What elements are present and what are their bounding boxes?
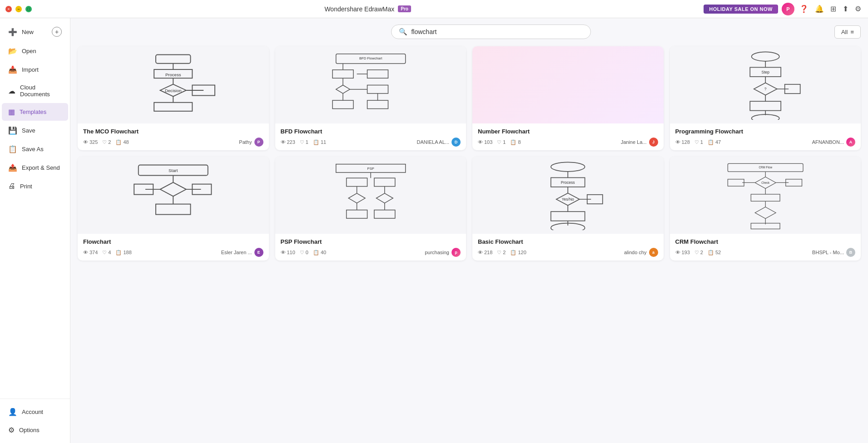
card-thumbnail-basic: Process Yes/No (472, 157, 664, 234)
copies-programming: 📋 47 (708, 139, 721, 145)
svg-rect-13 (332, 69, 353, 78)
author-mco: Pathy P (239, 138, 263, 147)
sidebar-item-print[interactable]: 🖨 Print (2, 177, 68, 195)
sidebar-label-print: Print (20, 183, 32, 190)
svg-rect-15 (367, 69, 388, 78)
svg-rect-67 (551, 212, 585, 221)
sidebar-item-account[interactable]: 👤 Account (2, 403, 68, 421)
svg-text:PSP: PSP (367, 166, 374, 170)
app-title-area: Wondershare EdrawMax Pro (324, 5, 411, 13)
copies-mco: 📋 48 (115, 139, 129, 145)
help-button[interactable]: ❓ (798, 3, 810, 15)
titlebar-right: HOLIDAY SALE ON NOW P ❓ 🔔 ⊞ ⬆ ⚙ (704, 3, 863, 15)
author-basic: alindo chy a (624, 248, 658, 257)
filter-chevron-icon: ≡ (850, 29, 854, 35)
search-bar: 🔍 (391, 25, 591, 39)
author-number: Janine La... J (621, 138, 658, 147)
views-number: 👁 103 (478, 139, 492, 145)
card-title-374: Flowchart (83, 238, 263, 245)
save-icon: 💾 (8, 126, 17, 135)
author-avatar-bfd: D (451, 138, 461, 147)
main-layout: ➕ New + 📂 Open 📥 Import ☁ Cloud Document… (0, 18, 868, 443)
card-title-bfd: BFD Flowchart (281, 128, 461, 135)
card-title-psp: PSP Flowchart (281, 238, 461, 245)
card-title-programming: Programming Flowchart (675, 128, 856, 135)
card-thumbnail-psp: PSP (275, 157, 466, 234)
sidebar-item-templates[interactable]: ▦ Templates (2, 103, 68, 121)
pro-badge: Pro (398, 5, 411, 12)
close-button[interactable]: × (5, 6, 12, 12)
minimize-button[interactable]: − (15, 6, 22, 12)
print-icon: 🖨 (8, 182, 15, 190)
svg-rect-58 (346, 210, 367, 218)
card-meta-374: 👁 374 ♡ 4 📋 188 Esler Jaren ... E (83, 248, 263, 257)
sidebar-item-open[interactable]: 📂 Open (2, 42, 68, 60)
share-button[interactable]: ⬆ (841, 3, 850, 15)
copies-basic: 📋 120 (510, 250, 526, 256)
sidebar-label-export: Export & Send (22, 164, 60, 171)
svg-point-25 (751, 52, 779, 61)
sidebar-label-templates: Templates (20, 108, 46, 115)
card-number-flowchart[interactable]: Number Flowchart 👁 103 ♡ 1 📋 8 Janine La… (472, 46, 664, 150)
card-psp-flowchart[interactable]: PSP PSP Flowchart 👁 110 ♡ 0 📋 40 purchas… (275, 157, 466, 261)
settings-icon-button[interactable]: ⚙ (853, 3, 863, 15)
maximize-button[interactable]: □ (25, 6, 32, 12)
card-bfd-flowchart[interactable]: BFD Flowchart BFD Flowchart 👁 223 ♡ 1 📋 … (275, 46, 466, 150)
author-programming: AFNANBON... A (812, 138, 855, 147)
author-bfd: DANIELA AL... D (417, 138, 461, 147)
author-avatar-number: J (649, 138, 658, 147)
sidebar-label-new: New (22, 29, 34, 35)
card-crm-flowchart[interactable]: CRM Flow Check CRM Flowchart 👁 193 ♡ 2 📋… (670, 157, 861, 261)
new-add-button[interactable]: + (52, 27, 62, 37)
author-avatar-crm: B (846, 248, 855, 257)
card-meta-number: 👁 103 ♡ 1 📋 8 Janine La... J (478, 138, 658, 147)
search-input[interactable] (411, 28, 583, 35)
svg-rect-82 (728, 179, 744, 186)
card-thumbnail-number (472, 46, 664, 123)
author-avatar-mco: P (254, 138, 263, 147)
sidebar-item-cloud[interactable]: ☁ Cloud Documents (2, 79, 68, 102)
likes-basic: ♡ 2 (497, 250, 506, 256)
svg-rect-23 (367, 100, 388, 108)
svg-text:Start: Start (169, 167, 178, 172)
card-thumbnail-programming: Step ? (670, 46, 861, 123)
avatar[interactable]: P (782, 3, 794, 15)
sidebar-label-save: Save (22, 127, 35, 134)
sidebar-item-new[interactable]: ➕ New + (2, 22, 68, 41)
card-meta-basic: 👁 218 ♡ 2 📋 120 alindo chy a (478, 248, 658, 257)
filter-button[interactable]: All ≡ (834, 25, 861, 39)
card-meta-psp: 👁 110 ♡ 0 📋 40 purchasing p (281, 248, 461, 257)
sidebar-item-import[interactable]: 📥 Import (2, 61, 68, 79)
card-info-psp: PSP Flowchart 👁 110 ♡ 0 📋 40 purchasing … (275, 234, 466, 261)
card-info-374: Flowchart 👁 374 ♡ 4 📋 188 Esler Jaren ..… (78, 234, 269, 261)
svg-rect-21 (367, 85, 388, 93)
svg-rect-59 (374, 210, 395, 218)
card-title-crm: CRM Flowchart (675, 238, 856, 245)
card-basic-flowchart[interactable]: Process Yes/No Basic Flowchart 👁 218 ♡ 2… (472, 157, 664, 261)
likes-programming: ♡ 1 (694, 139, 703, 145)
author-avatar-374: E (254, 248, 263, 257)
card-flowchart-374[interactable]: Start Flowchart 👁 374 ♡ 4 📋 188 Esler Ja… (78, 157, 269, 261)
titlebar: × − □ Wondershare EdrawMax Pro HOLIDAY S… (0, 0, 868, 18)
cloud-icon: ☁ (8, 87, 15, 95)
notification-button[interactable]: 🔔 (813, 3, 825, 15)
card-mco-flowchart[interactable]: Process Decision The MCO Flowchart 👁 325… (78, 46, 269, 150)
card-programming-flowchart[interactable]: Step ? Programming Flowchart 👁 128 ♡ 1 📋… (670, 46, 861, 150)
sidebar-bottom: 👤 Account ⚙ Options (0, 399, 70, 439)
grid-button[interactable]: ⊞ (829, 3, 838, 15)
author-crm: BHSPL - Mo... B (812, 248, 855, 257)
sidebar-item-save[interactable]: 💾 Save (2, 122, 68, 139)
svg-rect-0 (156, 54, 191, 63)
likes-psp: ♡ 0 (300, 250, 308, 256)
saveas-icon: 📋 (8, 145, 17, 153)
card-thumbnail-mco: Process Decision (78, 46, 269, 123)
card-thumbnail-bfd: BFD Flowchart (275, 46, 466, 123)
card-thumbnail-crm: CRM Flow Check (670, 157, 861, 234)
likes-374: ♡ 4 (102, 250, 111, 256)
card-info-crm: CRM Flowchart 👁 193 ♡ 2 📋 52 BHSPL - Mo.… (670, 234, 861, 261)
svg-marker-55 (376, 193, 393, 202)
sidebar-item-export[interactable]: 📤 Export & Send (2, 159, 68, 177)
holiday-sale-button[interactable]: HOLIDAY SALE ON NOW (704, 5, 778, 14)
sidebar-item-saveas[interactable]: 📋 Save As (2, 140, 68, 158)
sidebar-item-options[interactable]: ⚙ Options (2, 421, 68, 439)
